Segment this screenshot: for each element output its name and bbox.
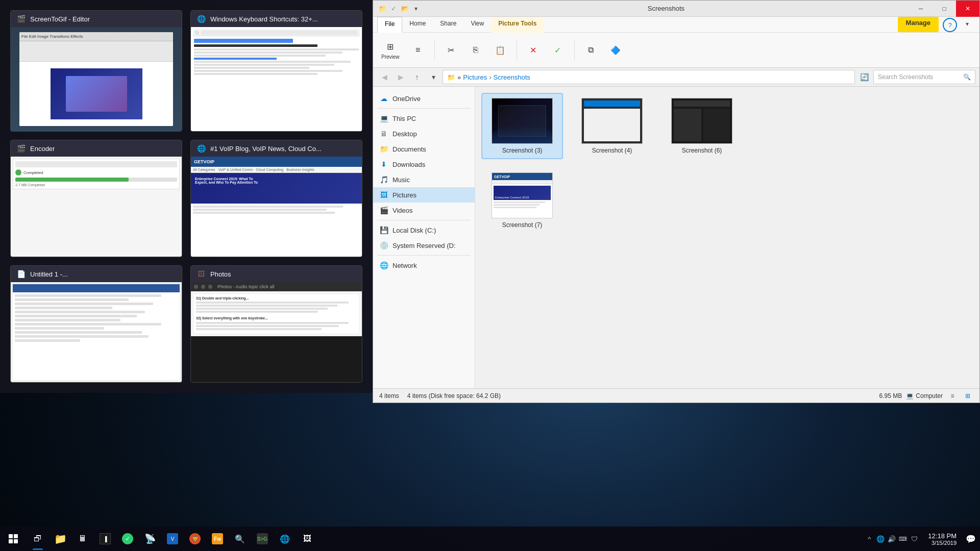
tab-picture-tools[interactable]: Picture Tools: [491, 17, 544, 33]
antivirus-button[interactable]: ✓: [116, 527, 139, 551]
tab-view[interactable]: View: [463, 17, 491, 33]
brave-button[interactable]: 🦁: [184, 527, 206, 551]
thumbnail-encoder[interactable]: 🎬 Encoder Completed 2.7 MB Completed: [10, 140, 182, 257]
thumbnail-photos[interactable]: 🖼 Photos Photos - Audio topic click all …: [190, 265, 362, 383]
statusbar-right: 6.95 MB 💻 Computer ≡ ⊞: [879, 390, 973, 402]
file-screenshot-3[interactable]: Screenshot (3): [481, 93, 563, 159]
sidebar-item-downloads[interactable]: ⬇ Downloads: [373, 157, 475, 172]
fw-icon: Fw: [212, 533, 223, 544]
keyboard-tray-icon[interactable]: ⌨: [898, 534, 908, 543]
help-button[interactable]: ?: [943, 18, 957, 32]
sidebar-item-desktop[interactable]: 🖥 Desktop: [373, 126, 475, 141]
start-button[interactable]: [0, 527, 27, 551]
rss-button[interactable]: 📡: [139, 527, 161, 551]
photos-taskbar-icon: 🖼: [303, 534, 311, 543]
tab-home[interactable]: Home: [402, 17, 433, 33]
new-folder-button[interactable]: ⧉: [581, 42, 601, 58]
word-icon: 📄: [16, 269, 26, 279]
rename-button[interactable]: ✓: [548, 42, 568, 58]
search-taskbar-icon: 🔍: [235, 534, 245, 544]
ribbon-content: ⊞ Preview ≡ ✂ ⎘ 📋 ✕ ✓: [373, 33, 979, 67]
ribbon-divider: [434, 40, 435, 60]
sidebar-item-videos[interactable]: 🎬 Videos: [373, 203, 475, 218]
system-tray: ^ 🌐 🔊 ⌨ 🛡: [861, 534, 923, 543]
file-screenshot-7[interactable]: GETVOIP Enterprise Connect 2019: [481, 167, 563, 234]
notification-button[interactable]: 💬: [962, 527, 980, 551]
close-button[interactable]: ✕: [956, 1, 979, 17]
sidebar-item-thispc[interactable]: 💻 This PC: [373, 111, 475, 126]
list-view-button[interactable]: ≡: [947, 390, 958, 402]
screentogif-title: ScreenToGif - Editor: [30, 15, 90, 23]
search-icon: 🔍: [963, 73, 971, 81]
stg-taskbar-button[interactable]: S>G: [251, 527, 274, 551]
address-box[interactable]: 📁 » Pictures › Screenshots: [443, 70, 855, 84]
thumbnail-keyboard-shortcuts[interactable]: 🌐 Windows Keyboard Shortcuts: 32+...: [190, 10, 362, 132]
refresh-button[interactable]: 🔄: [857, 70, 871, 84]
thumbnail-word[interactable]: 📄 Untitled 1 -...: [10, 265, 182, 383]
voip-icon: 🌐: [196, 143, 206, 154]
address-pictures[interactable]: Pictures: [463, 73, 487, 81]
clock[interactable]: 12:18 PM 3/15/2019: [923, 532, 962, 546]
dropdown-icon[interactable]: ▾: [411, 4, 421, 14]
delete-button[interactable]: ✕: [523, 42, 544, 58]
manage-button[interactable]: Manage: [898, 17, 939, 32]
address-screenshots[interactable]: Screenshots: [494, 73, 530, 81]
cut-icon: ✂: [445, 44, 457, 56]
defender-tray-icon[interactable]: 🛡: [910, 534, 919, 543]
clock-time: 12:18 PM: [928, 532, 957, 540]
search-button[interactable]: 🔍: [229, 527, 251, 551]
tab-share[interactable]: Share: [433, 17, 463, 33]
thumbnail-screenshot-7: GETVOIP Enterprise Connect 2019: [492, 172, 553, 218]
sidebar-item-localdisk[interactable]: 💾 Local Disk (C:): [373, 222, 475, 238]
sidebar-item-documents[interactable]: 📁 Documents: [373, 141, 475, 157]
thumbnail-screenshot-4: [581, 98, 643, 144]
sidebar-item-network[interactable]: 🌐 Network: [373, 258, 475, 273]
tab-file[interactable]: File: [377, 17, 402, 33]
file-screenshot-4[interactable]: Screenshot (4): [571, 93, 653, 159]
thumbnail-screentogif[interactable]: 🎬 ScreenToGif - Editor File Edit Image T…: [10, 10, 182, 132]
photos-taskbar-button[interactable]: 🖼: [296, 527, 318, 551]
calculator-icon: 🖩: [79, 534, 87, 543]
ribbon-tabs: File Home Share View Picture Tools Manag…: [373, 17, 979, 33]
sidebar-item-sysreserved[interactable]: 💿 System Reserved (D:: [373, 238, 475, 253]
collapse-ribbon-button[interactable]: ▾: [961, 17, 973, 31]
delete-icon: ✕: [527, 44, 540, 56]
maximize-button[interactable]: □: [933, 1, 956, 17]
pictures-icon: 🖼: [379, 190, 388, 199]
tray-expand-button[interactable]: ^: [865, 534, 874, 543]
fileexplorer-taskbar-button[interactable]: 📁: [49, 527, 71, 551]
copy-button[interactable]: ⎘: [465, 42, 486, 58]
browser-button[interactable]: 🌐: [274, 527, 296, 551]
preview-pane-button[interactable]: ⊞ Preview: [377, 39, 404, 62]
minimize-button[interactable]: ─: [909, 1, 933, 17]
fw-button[interactable]: Fw: [206, 527, 229, 551]
notepad-button[interactable]: ▐: [94, 527, 116, 551]
localdisk-icon: 💾: [379, 226, 388, 235]
sidebar-item-onedrive[interactable]: ☁ OneDrive: [373, 91, 475, 106]
notification-icon: 💬: [966, 534, 976, 544]
computer-label: 💻 Computer: [906, 392, 943, 399]
taskview-button[interactable]: 🗗: [27, 527, 49, 551]
network-icon: 🌐: [379, 261, 388, 270]
sidebar-item-pictures[interactable]: 🖼 Pictures: [373, 187, 475, 203]
paste-button[interactable]: 📋: [490, 42, 510, 58]
app-button[interactable]: V: [161, 527, 184, 551]
up-button[interactable]: ↑: [410, 70, 424, 84]
details-pane-button[interactable]: ≡: [408, 42, 428, 58]
network-tray-icon[interactable]: 🌐: [876, 534, 885, 543]
search-box[interactable]: Search Screenshots 🔍: [873, 70, 975, 84]
sidebar-item-music[interactable]: 🎵 Music: [373, 172, 475, 187]
folder-address-icon: 📁: [447, 73, 455, 81]
file-screenshot-6[interactable]: Screenshot (6): [661, 93, 743, 159]
file-name-screenshot-4: Screenshot (4): [592, 147, 632, 154]
file-name-screenshot-3: Screenshot (3): [502, 147, 543, 154]
audio-tray-icon[interactable]: 🔊: [887, 534, 896, 543]
recent-locations-button[interactable]: ▾: [426, 70, 440, 84]
cut-button[interactable]: ✂: [441, 42, 461, 58]
grid-view-button[interactable]: ⊞: [962, 390, 973, 402]
sysreserved-icon: 💿: [379, 241, 388, 250]
brave-icon: 🦁: [189, 533, 201, 544]
properties-button[interactable]: 🔷: [605, 42, 626, 58]
calculator-button[interactable]: 🖩: [71, 527, 94, 551]
thumbnail-voip[interactable]: 🌐 #1 VoIP Blog, VoIP News, Cloud Co... G…: [190, 140, 362, 257]
